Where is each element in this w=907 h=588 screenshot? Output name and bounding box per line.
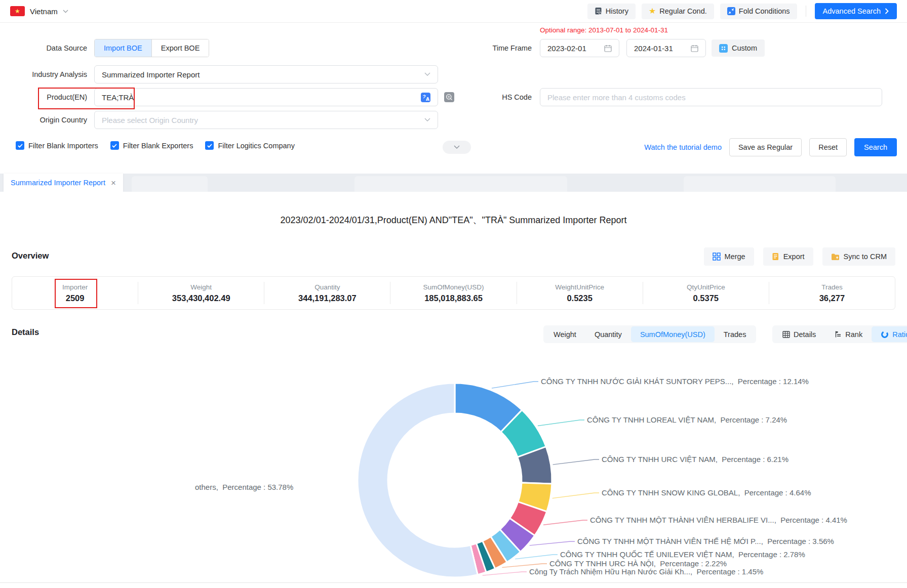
date-from-input[interactable]: 2023-02-01 (540, 39, 619, 57)
checkbox-checked-icon (16, 141, 24, 150)
filter-actions: Watch the tutorial demo Save as Regular … (644, 138, 897, 156)
fold-conditions-button[interactable]: Fold Conditions (720, 4, 797, 19)
report-content: 2023/02/01-2024/01/31,Product(EN) AND"TE… (0, 192, 907, 588)
ghost-tab (354, 176, 567, 192)
country-name: Vietnam (30, 7, 58, 16)
product-en-input[interactable]: TEA;TRÀ A (94, 88, 438, 106)
reset-button[interactable]: Reset (809, 138, 847, 156)
pie-leader-line (543, 520, 587, 525)
origin-country-select[interactable]: Please select Origin Country (94, 111, 438, 129)
custom-icon (719, 44, 728, 53)
regular-cond-button[interactable]: ★ Regular Cond. (642, 4, 714, 19)
origin-country-label: Origin Country (0, 111, 87, 129)
pie-leader-line (492, 382, 538, 388)
tab-label: Summarized Importer Report (11, 179, 105, 187)
custom-range-button[interactable]: Custom (712, 39, 765, 57)
filter-panel: Data Source Import BOE Export BOE Option… (0, 23, 907, 174)
chevron-right-icon (885, 8, 889, 14)
hs-code-placeholder: Please enter more than 4 customs codes (547, 93, 686, 102)
history-icon (595, 7, 602, 15)
time-frame-label: Time Frame (445, 39, 532, 57)
pie-leader-line (483, 572, 527, 575)
chevron-down-icon (63, 10, 68, 13)
collapse-conditions-button[interactable] (443, 141, 471, 154)
pie-leader-line (515, 555, 558, 559)
pie-leader-line (502, 564, 547, 567)
checkbox-label: Filter Logitics Company (218, 142, 295, 150)
history-button[interactable]: History (587, 4, 636, 19)
ratio-donut-chart: CÔNG TY TNHH NƯỚC GIẢI KHÁT SUNTORY PEPS… (0, 192, 907, 588)
origin-country-placeholder: Please select Origin Country (102, 116, 198, 124)
bottom-divider (0, 582, 907, 583)
data-source-label: Data Source (0, 39, 87, 57)
date-to-value: 2024-01-31 (634, 44, 673, 53)
calendar-icon (691, 45, 698, 52)
industry-analysis-value: Summarized Importer Report (102, 70, 200, 79)
pie-leader-line (553, 493, 599, 498)
custom-label: Custom (732, 44, 757, 52)
topbar-actions: History ★ Regular Cond. Fold Conditions … (587, 3, 897, 19)
donut-svg (0, 192, 907, 588)
regular-cond-label: Regular Cond. (659, 7, 707, 15)
history-label: History (606, 7, 628, 15)
tutorial-link[interactable]: Watch the tutorial demo (644, 143, 722, 151)
checkbox-row: Filter Blank Importers Filter Blank Expo… (16, 141, 295, 150)
ghost-tab (132, 176, 208, 192)
search-button[interactable]: Search (854, 138, 897, 156)
checkbox-label: Filter Blank Importers (28, 142, 98, 150)
fold-icon (727, 7, 735, 15)
checkbox-checked-icon (110, 141, 119, 150)
vietnam-flag-icon: ★ (10, 6, 25, 16)
industry-analysis-select[interactable]: Summarized Importer Report (94, 65, 438, 83)
translate-icon[interactable]: A (421, 93, 430, 102)
svg-text:A: A (426, 96, 429, 101)
fold-conditions-label: Fold Conditions (739, 7, 790, 15)
product-en-value: TEA;TRÀ (102, 93, 134, 102)
hs-code-input[interactable]: Please enter more than 4 customs codes (540, 88, 882, 106)
filter-blank-importers-checkbox[interactable]: Filter Blank Importers (16, 141, 98, 150)
optional-range-text: Optional range: 2013-07-01 to 2024-01-31 (540, 26, 668, 34)
star-icon: ★ (649, 7, 656, 15)
checkbox-label: Filter Blank Exporters (123, 142, 193, 150)
industry-analysis-label: Industry Analysis (0, 65, 87, 83)
pie-leader-line (530, 541, 575, 545)
pie-leader-line (553, 459, 599, 465)
topbar: ★ Vietnam History ★ Regular Cond. Fold C… (0, 0, 907, 23)
import-boe-tab[interactable]: Import BOE (95, 39, 151, 57)
export-boe-tab[interactable]: Export BOE (151, 39, 209, 57)
calendar-icon (604, 45, 612, 52)
pie-leader-line (538, 420, 584, 426)
filter-blank-exporters-checkbox[interactable]: Filter Blank Exporters (110, 141, 193, 150)
chevron-down-icon (424, 118, 430, 122)
chevron-down-icon (454, 145, 460, 149)
advanced-search-label: Advanced Search (823, 7, 881, 15)
date-from-value: 2023-02-01 (547, 44, 586, 53)
ghost-tab (684, 176, 836, 192)
checkbox-checked-icon (205, 141, 214, 150)
product-en-label: Product(EN) (0, 88, 87, 106)
data-source-segment: Import BOE Export BOE (94, 39, 209, 57)
advanced-search-button[interactable]: Advanced Search (815, 3, 897, 19)
country-selector[interactable]: ★ Vietnam (10, 6, 68, 16)
hs-code-label: HS Code (445, 88, 532, 106)
close-icon[interactable]: × (111, 179, 116, 187)
app: ★ Vietnam History ★ Regular Cond. Fold C… (0, 0, 907, 588)
chevron-down-icon (424, 72, 430, 76)
tab-summarized-importer-report[interactable]: Summarized Importer Report × (4, 174, 123, 192)
topbar-divider (806, 6, 806, 17)
filter-logistics-company-checkbox[interactable]: Filter Logitics Company (205, 141, 295, 150)
date-to-input[interactable]: 2024-01-31 (626, 39, 706, 57)
tab-strip: Summarized Importer Report × (0, 174, 907, 192)
save-as-regular-button[interactable]: Save as Regular (729, 138, 802, 156)
